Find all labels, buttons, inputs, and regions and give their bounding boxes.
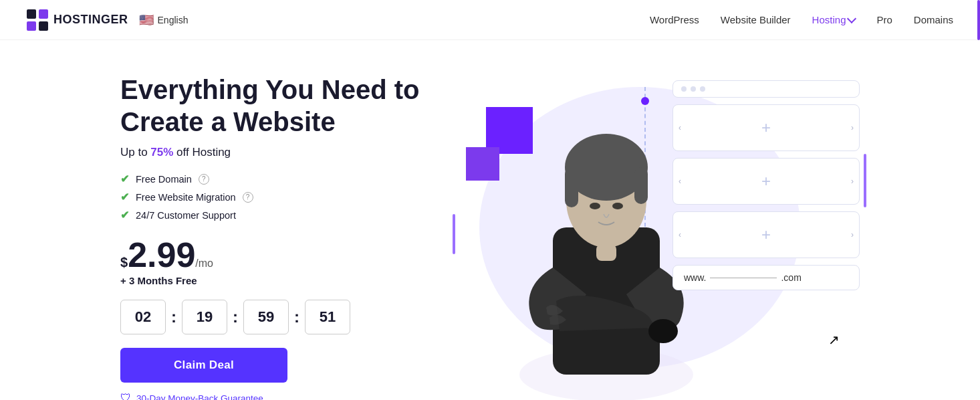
svg-rect-9	[634, 167, 648, 204]
svg-rect-3	[39, 21, 48, 31]
svg-rect-10	[596, 244, 616, 261]
cursor-icon: ↗	[828, 332, 840, 348]
widget-box-2: ‹ + ›	[672, 158, 860, 205]
claim-deal-button[interactable]: Claim Deal	[120, 348, 287, 383]
countdown-sep-1: :	[171, 308, 176, 326]
widget-plus-1: +	[761, 118, 771, 137]
widget-plus-2: +	[761, 172, 771, 191]
countdown-hours: 02	[120, 300, 166, 334]
guarantee-text: 30-Day Money-Back Guarantee	[136, 393, 263, 401]
feature-item-2: ✔ Free Website Migration ?	[120, 191, 419, 203]
subtitle-prefix: Up to	[120, 146, 150, 159]
widget-arrow-left-1: ‹	[679, 123, 681, 132]
browser-dot-2	[691, 86, 696, 92]
header: HOSTINGER 🇺🇸 English WordPress Website B…	[0, 0, 980, 40]
svg-point-11	[648, 319, 678, 343]
ui-mockup: ‹ + › ‹ + › ‹ + › www. .com	[672, 80, 860, 290]
check-icon-1: ✔	[120, 173, 129, 185]
hero-subtitle: Up to 75% off Hosting	[120, 146, 419, 159]
feature-label-2: Free Website Migration	[136, 192, 236, 203]
bar-left	[453, 214, 455, 254]
domain-suffix: .com	[781, 272, 801, 283]
hero-illustration: ‹ + › ‹ + › ‹ + › www. .com	[446, 67, 860, 400]
features-list: ✔ Free Domain ? ✔ Free Website Migration…	[120, 173, 419, 221]
widget-arrow-left-3: ‹	[679, 230, 681, 239]
nav-item-hosting[interactable]: Hosting	[812, 14, 846, 25]
widget-plus-3: +	[761, 225, 771, 244]
feature-label-3: 24/7 Customer Support	[136, 210, 236, 221]
nav-item-wordpress[interactable]: WordPress	[650, 14, 699, 25]
feature-item-3: ✔ 24/7 Customer Support	[120, 209, 419, 221]
countdown-timer: 02 : 19 : 59 : 51	[120, 300, 419, 334]
widget-arrow-right-2: ›	[851, 177, 854, 186]
browser-dot-3	[700, 86, 705, 92]
hero-left: Everything You Need to Create a Website …	[120, 67, 419, 400]
check-icon-3: ✔	[120, 209, 129, 221]
logo-text: HOSTINGER	[53, 13, 128, 27]
header-left: HOSTINGER 🇺🇸 English	[27, 9, 188, 31]
square-small	[466, 147, 499, 181]
hero-headline: Everything You Need to Create a Website	[120, 74, 419, 138]
nav-item-website-builder[interactable]: Website Builder	[721, 14, 791, 25]
guarantee-row: 🛡 30-Day Money-Back Guarantee	[120, 392, 419, 400]
countdown-centiseconds: 51	[305, 300, 350, 334]
price-dollar: $	[120, 255, 128, 270]
domain-underline	[710, 278, 777, 278]
feature-item-1: ✔ Free Domain ?	[120, 173, 419, 185]
subtitle-suffix: off Hosting	[173, 146, 231, 159]
main-nav: WordPress Website Builder Hosting Pro Do…	[650, 14, 953, 25]
price-period: /mo	[195, 258, 213, 270]
svg-rect-2	[27, 21, 36, 31]
price-row: $ 2.99 /mo	[120, 237, 419, 272]
feature-label-1: Free Domain	[136, 174, 192, 185]
browser-bar	[672, 80, 860, 98]
widget-arrow-right-3: ›	[851, 230, 854, 239]
info-icon-1[interactable]: ?	[199, 174, 209, 185]
price-main: 2.99	[128, 237, 195, 272]
shield-icon: 🛡	[120, 392, 131, 400]
info-icon-2[interactable]: ?	[243, 192, 253, 203]
svg-point-13	[612, 203, 623, 209]
countdown-sep-3: :	[294, 308, 299, 326]
countdown-minutes: 19	[182, 300, 227, 334]
subtitle-highlight: 75%	[150, 146, 173, 159]
bonus-text: + 3 Months Free	[120, 275, 419, 286]
flag-icon: 🇺🇸	[139, 13, 154, 27]
svg-point-12	[590, 203, 600, 209]
nav-item-hosting-wrap[interactable]: Hosting	[812, 14, 856, 25]
check-icon-2: ✔	[120, 191, 129, 203]
lang-selector[interactable]: 🇺🇸 English	[139, 13, 189, 27]
nav-item-pro[interactable]: Pro	[876, 14, 892, 25]
lang-label: English	[158, 15, 189, 25]
main-content: Everything You Need to Create a Website …	[0, 40, 980, 400]
widget-arrow-left-2: ‹	[679, 177, 681, 186]
countdown-seconds: 59	[243, 300, 289, 334]
domain-prefix: www.	[684, 272, 706, 283]
logo[interactable]: HOSTINGER	[27, 9, 128, 31]
scrollbar-indicator	[977, 0, 980, 40]
svg-rect-1	[39, 9, 48, 19]
widget-arrow-right-1: ›	[851, 123, 854, 132]
logo-icon	[27, 9, 48, 31]
widget-box-1: ‹ + ›	[672, 104, 860, 151]
bar-right	[864, 154, 866, 207]
chevron-down-icon	[847, 14, 856, 23]
browser-dot-1	[681, 86, 687, 92]
nav-item-domains[interactable]: Domains	[914, 14, 953, 25]
widget-box-3: ‹ + ›	[672, 211, 860, 258]
domain-bar[interactable]: www. .com	[672, 265, 860, 290]
svg-rect-0	[27, 9, 36, 19]
svg-rect-8	[565, 167, 578, 207]
countdown-sep-2: :	[233, 308, 238, 326]
